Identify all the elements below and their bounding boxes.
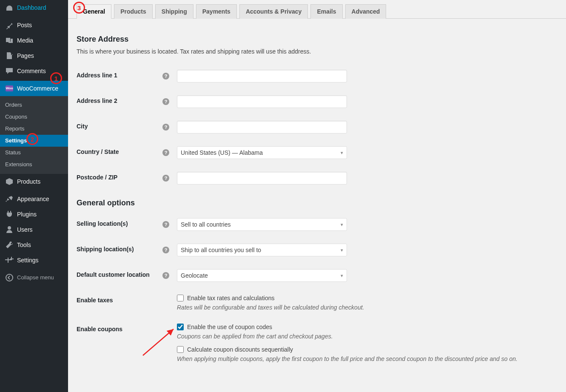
section-title-general-options: General options [77, 199, 557, 207]
tools-icon [5, 241, 14, 249]
sidebar-subitem-reports[interactable]: Reports [0, 123, 68, 135]
sidebar-item-label: Comments [17, 67, 46, 75]
sidebar-item-tools[interactable]: Tools [0, 237, 68, 253]
enable-coupons-checkbox-label: Enable the use of coupon codes [187, 324, 272, 330]
help-icon[interactable]: ? [162, 221, 169, 228]
plugins-icon [5, 210, 14, 219]
sidebar-subitem-label: Orders [5, 101, 22, 109]
sidebar-item-users[interactable]: Users [0, 222, 68, 237]
enable-coupons-checkbox[interactable] [177, 324, 184, 330]
tab-accounts-privacy[interactable]: Accounts & Privacy [239, 4, 308, 19]
sidebar-subitem-label: Settings [5, 137, 27, 145]
sidebar-item-comments[interactable]: Comments [0, 63, 68, 79]
label-postcode: Postcode / ZIP [77, 165, 162, 191]
label-country: Country / State [77, 140, 162, 165]
calc-sequentially-desc: When applying multiple coupons, apply th… [177, 355, 553, 362]
enable-coupons-desc: Coupons can be applied from the cart and… [177, 333, 553, 340]
woocommerce-icon: Woo [5, 84, 14, 93]
products-icon [5, 177, 14, 186]
sidebar-subitem-orders[interactable]: Orders [0, 99, 68, 111]
help-icon[interactable]: ? [162, 175, 169, 182]
sidebar-item-posts[interactable]: Posts [0, 17, 68, 33]
enable-taxes-checkbox-row[interactable]: Enable tax rates and calculations [177, 295, 553, 301]
sidebar-item-label: Settings [17, 256, 39, 264]
sidebar-submenu-woocommerce: Orders Coupons Reports Settings 2 Status… [0, 96, 68, 174]
enable-taxes-desc: Rates will be configurable and taxes wil… [177, 304, 553, 311]
sidebar-subitem-settings[interactable]: Settings 2 [0, 135, 68, 147]
help-icon[interactable]: ? [162, 272, 169, 279]
help-icon[interactable]: ? [162, 73, 169, 80]
tab-emails[interactable]: Emails [310, 4, 342, 19]
svg-point-0 [6, 274, 13, 281]
section-title-store-address: Store Address [77, 35, 557, 44]
tab-products[interactable]: Products [114, 4, 153, 19]
main-content: 3 General Products Shipping Payments Acc… [68, 0, 566, 377]
postcode-input[interactable] [177, 172, 347, 185]
label-address1: Address line 1 [77, 63, 162, 89]
sidebar-collapse-button[interactable]: Collapse menu [0, 270, 68, 285]
sidebar-item-label: Tools [17, 241, 31, 249]
address-line-2-input[interactable] [177, 95, 347, 108]
default-customer-location-select[interactable]: Geolocate [177, 269, 347, 282]
sidebar-item-label: Dashboard [17, 4, 46, 11]
sidebar-subitem-label: Reports [5, 125, 25, 133]
sidebar-item-label: WooCommerce [17, 85, 58, 92]
pin-icon [5, 21, 14, 29]
city-input[interactable] [177, 121, 347, 134]
help-icon[interactable]: ? [162, 124, 169, 131]
sidebar-item-pages[interactable]: Pages [0, 48, 68, 63]
label-shipping-locations: Shipping location(s) [77, 237, 162, 263]
sidebar-item-label: Posts [17, 21, 32, 29]
sidebar-subitem-label: Coupons [5, 113, 27, 121]
tab-advanced[interactable]: Advanced [345, 4, 387, 19]
sidebar-item-label: Media [17, 37, 33, 44]
sidebar-item-label: Appearance [17, 195, 49, 203]
label-default-customer-location: Default customer location [77, 263, 162, 288]
users-icon [5, 225, 14, 234]
tab-general[interactable]: General [77, 4, 111, 19]
address-line-1-input[interactable] [177, 70, 347, 82]
comments-icon [5, 67, 14, 75]
sidebar-item-appearance[interactable]: Appearance [0, 191, 68, 207]
sidebar-item-dashboard[interactable]: Dashboard [0, 0, 68, 15]
sidebar-item-label: Plugins [17, 210, 37, 218]
enable-taxes-checkbox-label: Enable tax rates and calculations [187, 295, 274, 301]
pages-icon [5, 51, 14, 60]
label-city: City [77, 114, 162, 140]
label-enable-coupons: Enable coupons [77, 317, 162, 369]
settings-icon [5, 256, 14, 264]
dashboard-icon [5, 3, 14, 12]
help-icon[interactable]: ? [162, 149, 169, 156]
tab-payments[interactable]: Payments [196, 4, 237, 19]
sidebar-item-label: Pages [17, 52, 34, 60]
sidebar-item-media[interactable]: Media [0, 33, 68, 48]
label-enable-taxes: Enable taxes [77, 288, 162, 317]
sidebar-subitem-coupons[interactable]: Coupons [0, 111, 68, 123]
appearance-icon [5, 195, 14, 203]
calc-sequentially-checkbox-label: Calculate coupon discounts sequentially [187, 346, 293, 353]
media-icon [5, 36, 14, 45]
sidebar-subitem-extensions[interactable]: Extensions [0, 159, 68, 170]
sidebar-subitem-status[interactable]: Status [0, 147, 68, 159]
country-state-select[interactable]: United States (US) — Alabama [177, 146, 347, 159]
sidebar-item-woocommerce[interactable]: WooWooCommerce 1 [0, 81, 68, 96]
sidebar-item-plugins[interactable]: Plugins [0, 207, 68, 222]
calc-sequentially-checkbox-row[interactable]: Calculate coupon discounts sequentially [177, 346, 553, 353]
tab-shipping[interactable]: Shipping [155, 4, 193, 19]
admin-sidebar: Dashboard Posts Media Pages Comments Woo… [0, 0, 68, 377]
selling-locations-select[interactable]: Sell to all countries [177, 218, 347, 231]
label-selling-locations: Selling location(s) [77, 212, 162, 237]
sidebar-collapse-label: Collapse menu [17, 274, 54, 281]
sidebar-item-label: Products [17, 178, 40, 185]
help-icon[interactable]: ? [162, 98, 169, 105]
enable-taxes-checkbox[interactable] [177, 295, 184, 301]
sidebar-item-label: Users [17, 226, 33, 233]
shipping-locations-select[interactable]: Ship to all countries you sell to [177, 244, 347, 256]
sidebar-item-settings[interactable]: Settings [0, 253, 68, 268]
help-icon[interactable]: ? [162, 247, 169, 253]
sidebar-subitem-label: Extensions [5, 161, 32, 168]
collapse-icon [5, 273, 14, 282]
calc-sequentially-checkbox[interactable] [177, 346, 184, 353]
enable-coupons-checkbox-row[interactable]: Enable the use of coupon codes [177, 324, 553, 330]
sidebar-item-products[interactable]: Products [0, 174, 68, 189]
